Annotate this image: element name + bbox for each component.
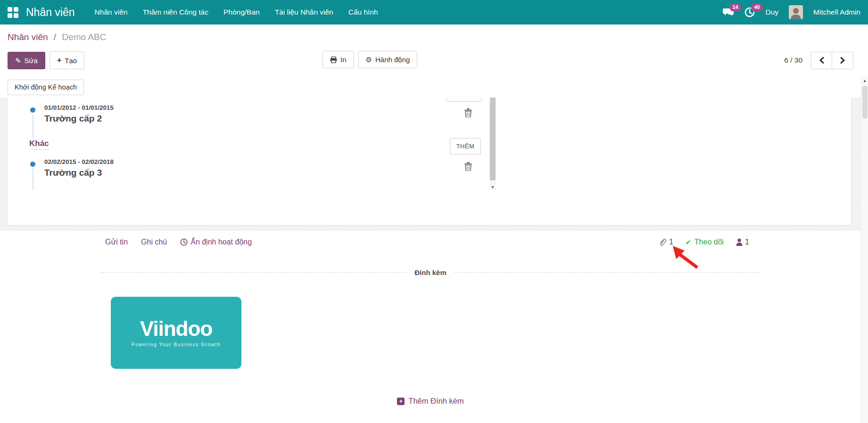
- nav-item-departments[interactable]: Phòng/Ban: [216, 0, 267, 24]
- send-message-tab[interactable]: Gửi tin: [105, 238, 128, 246]
- add-attachment-label: Thêm Đính kèm: [408, 397, 463, 406]
- activities-button[interactable]: 40: [744, 7, 755, 17]
- plus-icon: +: [57, 57, 61, 64]
- previous-record-button[interactable]: [811, 52, 832, 69]
- attachment-tagline: Powering Your Business Growth: [132, 342, 221, 347]
- attachments-divider-label: Đính kèm: [414, 268, 446, 277]
- messages-button[interactable]: 14: [723, 7, 734, 17]
- timeline-entry-dates: 01/01/2012 - 01/01/2015: [44, 104, 114, 111]
- apps-menu-icon[interactable]: [8, 7, 18, 18]
- activities-badge: 40: [751, 3, 762, 11]
- action-buttons: In ⚙ Hành động: [322, 51, 417, 68]
- trash-icon: [464, 162, 472, 171]
- attachments-button[interactable]: 1: [659, 238, 673, 246]
- clock-icon: [180, 238, 188, 246]
- resume-timeline: 01/01/2012 - 01/01/2015 Trường cấp 2 Khá…: [8, 98, 496, 190]
- app-brand[interactable]: Nhân viên: [26, 6, 75, 19]
- chevron-left-icon: [819, 57, 825, 64]
- breadcrumb-separator: /: [54, 32, 56, 42]
- main-menu: Nhân viên Thâm niên Công tác Phòng/Ban T…: [87, 0, 386, 24]
- followers-count: 1: [745, 238, 749, 246]
- attachment-preview[interactable]: Viindoo Powering Your Business Growth: [111, 297, 241, 369]
- scroll-up-arrow-icon[interactable]: ▲: [861, 79, 868, 83]
- breadcrumb-current: Demo ABC: [62, 32, 106, 42]
- pencil-icon: ✎: [15, 57, 21, 64]
- paperclip-icon: [659, 238, 667, 246]
- schedule-activity-label: Ấn định hoạt động: [190, 238, 252, 246]
- breadcrumb-parent-link[interactable]: Nhân viên: [8, 32, 48, 42]
- timeline-connector: [33, 114, 33, 138]
- print-button[interactable]: In: [322, 51, 354, 68]
- action-button-label: Hành động: [375, 56, 410, 63]
- plus-square-icon: +: [397, 398, 405, 405]
- schedule-activity-tab[interactable]: Ấn định hoạt động: [180, 238, 252, 246]
- user-avatar[interactable]: [789, 5, 803, 19]
- top-navbar: Nhân viên Nhân viên Thâm niên Công tác P…: [0, 0, 868, 24]
- timeline-dot: [30, 107, 35, 113]
- trash-icon: [464, 108, 472, 117]
- form-view: Khởi động Kế hoạch 01/01/2012 - 01/01/20…: [0, 76, 868, 423]
- follow-button-label: Theo dõi: [694, 238, 724, 246]
- chevron-right-icon: [840, 57, 845, 64]
- edit-button[interactable]: ✎ Sửa: [8, 52, 45, 69]
- delete-entry-button[interactable]: [464, 107, 474, 118]
- timeline-entry[interactable]: 01/01/2012 - 01/01/2015 Trường cấp 2: [44, 104, 114, 124]
- timeline-entry-dates: 02/02/2015 - 02/02/2018: [44, 158, 114, 165]
- app-window: Nhân viên Nhân viên Thâm niên Công tác P…: [0, 0, 868, 423]
- timeline-scrollbar-thumb[interactable]: [490, 98, 496, 180]
- form-sheet: 01/01/2012 - 01/01/2015 Trường cấp 2 Khá…: [7, 98, 851, 226]
- delete-entry-button[interactable]: [464, 161, 474, 172]
- scroll-down-arrow-icon[interactable]: ▼: [489, 185, 496, 189]
- next-record-button[interactable]: [832, 52, 853, 69]
- timeline-dot: [30, 162, 35, 167]
- person-icon: [736, 238, 743, 246]
- print-button-label: In: [340, 56, 347, 63]
- form-statusbar: Khởi động Kế hoạch: [0, 76, 861, 98]
- nav-item-configuration[interactable]: Cấu hình: [341, 0, 386, 24]
- gear-icon: ⚙: [366, 56, 372, 63]
- nav-item-seniority[interactable]: Thâm niên Công tác: [135, 0, 216, 24]
- messages-badge: 14: [729, 3, 741, 11]
- record-pager: 6 / 30: [784, 52, 853, 69]
- control-panel: ✎ Sửa + Tạo In ⚙ Hành động: [0, 44, 861, 76]
- breadcrumb: Nhân viên / Demo ABC: [0, 24, 861, 44]
- timeline-scrollbar[interactable]: ▼: [489, 98, 496, 190]
- nav-item-documents[interactable]: Tài liệu Nhân viên: [267, 0, 341, 24]
- add-timeline-entry-button[interactable]: THÊM: [450, 138, 481, 155]
- navbar-systray: 14 40 Duy Mitch: [723, 5, 860, 19]
- chatter-tabs: Gửi tin Ghi chú Ấn định hoạt động: [105, 238, 252, 246]
- follow-button[interactable]: ✔ Theo dõi: [686, 238, 724, 246]
- user-menu[interactable]: Mitchell Admin: [813, 8, 860, 16]
- attachments-divider: Đính kèm: [100, 268, 761, 277]
- attachments-count: 1: [669, 238, 673, 246]
- timeline-connector: [33, 169, 33, 190]
- nav-item-employees[interactable]: Nhân viên: [87, 0, 135, 24]
- create-button-label: Tạo: [65, 57, 77, 64]
- timeline-section-label[interactable]: Khác: [29, 139, 49, 150]
- followers-button[interactable]: 1: [736, 238, 749, 246]
- page-scrollbar[interactable]: ▲: [861, 76, 868, 423]
- log-note-tab[interactable]: Ghi chú: [141, 238, 167, 246]
- company-switcher[interactable]: Duy: [765, 8, 778, 16]
- edit-button-label: Sửa: [25, 57, 38, 64]
- timeline-entry-title: Trường cấp 2: [44, 114, 114, 124]
- create-button[interactable]: + Tạo: [50, 51, 84, 69]
- printer-icon: [330, 57, 337, 63]
- launch-plan-button[interactable]: Khởi động Kế hoạch: [8, 80, 84, 95]
- chatter: Gửi tin Ghi chú Ấn định hoạt động: [0, 231, 861, 423]
- pager-value: 6 / 30: [784, 56, 802, 65]
- add-attachment-button[interactable]: + Thêm Đính kèm: [397, 397, 463, 406]
- attachment-logo-text: Viindoo: [140, 318, 213, 339]
- timeline-entry[interactable]: 02/02/2015 - 02/02/2018 Trường cấp 3: [44, 158, 114, 178]
- page-scrollbar-thumb[interactable]: [862, 86, 868, 119]
- action-menu-button[interactable]: ⚙ Hành động: [358, 51, 418, 68]
- partially-visible-add-button[interactable]: [446, 98, 482, 102]
- check-icon: ✔: [686, 238, 691, 246]
- timeline-entry-title: Trường cấp 3: [44, 168, 114, 178]
